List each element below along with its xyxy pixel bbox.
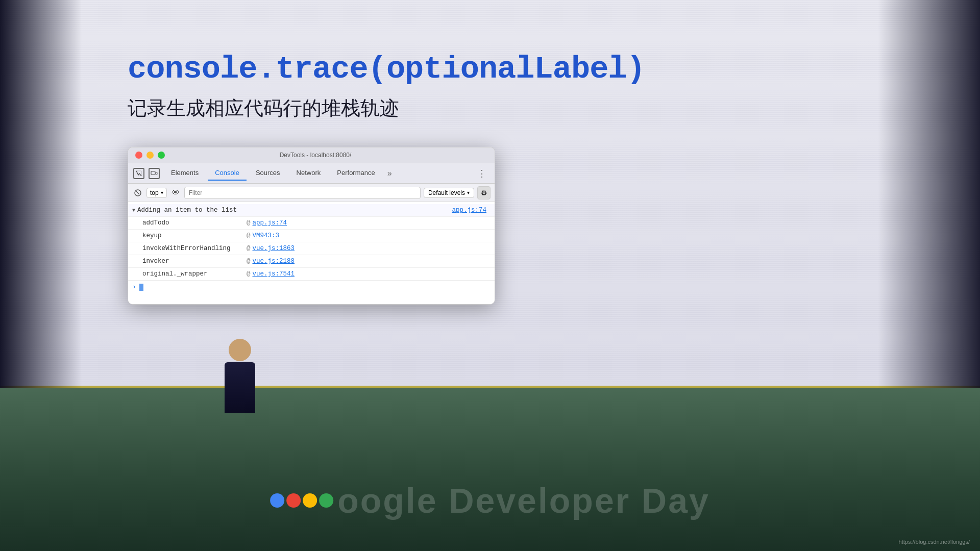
at-sign: @ xyxy=(247,218,251,228)
slide-content: console.trace(optionalLabel) 记录生成相应代码行的堆… xyxy=(128,51,827,305)
table-row: invoker @ vue.js:2188 xyxy=(128,255,495,268)
table-row: invokeWithErrorHandling @ vue.js:1863 xyxy=(128,242,495,255)
slide-subtitle: 记录生成相应代码行的堆栈轨迹 xyxy=(128,95,827,121)
svg-line-3 xyxy=(136,191,139,194)
trace-link-vm943[interactable]: VM943:3 xyxy=(253,231,280,241)
func-name-invoke-error: invokeWithErrorHandling xyxy=(142,243,244,254)
console-prompt: › xyxy=(128,281,495,293)
at-sign: @ xyxy=(247,243,251,254)
window-title: DevTools - localhost:8080/ xyxy=(143,152,487,159)
collapse-triangle-icon[interactable]: ▼ xyxy=(132,207,135,215)
default-levels-selector[interactable]: Default levels ▾ xyxy=(424,188,474,198)
devtools-tabs-bar: Elements Console Sources Network Perform… xyxy=(128,163,495,184)
prompt-arrow-icon: › xyxy=(132,283,136,291)
settings-gear-icon[interactable]: ⚙ xyxy=(477,186,491,199)
console-toolbar: top ▾ 👁 Default levels ▾ ⚙ xyxy=(128,184,495,202)
func-name-addtodo: addTodo xyxy=(142,218,244,228)
stage-area: oogle Developer Day xyxy=(0,388,980,551)
trace-link-appjs74[interactable]: app.js:74 xyxy=(253,218,287,228)
google-dot-red xyxy=(286,493,301,508)
trace-link-vue7541[interactable]: vue.js:7541 xyxy=(253,269,295,279)
levels-chevron-icon: ▾ xyxy=(467,190,470,195)
func-name-keyup: keyup xyxy=(142,231,244,241)
google-dot-blue xyxy=(270,493,284,508)
google-dot-yellow xyxy=(303,493,317,508)
at-sign: @ xyxy=(247,256,251,266)
table-row: keyup @ VM943:3 xyxy=(128,230,495,242)
devtools-titlebar: DevTools - localhost:8080/ xyxy=(128,147,495,163)
default-levels-label: Default levels xyxy=(428,189,465,196)
presenter-figure xyxy=(225,339,255,413)
func-name-invoker: invoker xyxy=(142,256,244,266)
svg-rect-0 xyxy=(151,171,155,174)
trace-header-text: Adding an item to the list xyxy=(137,205,452,215)
svg-rect-1 xyxy=(156,172,157,174)
console-output: ▼ Adding an item to the list app.js:74 a… xyxy=(128,202,495,304)
filter-input[interactable] xyxy=(184,187,421,199)
trace-link-vue1863[interactable]: vue.js:1863 xyxy=(253,243,295,254)
presenter-body xyxy=(225,362,255,413)
google-dot-green xyxy=(319,493,333,508)
presenter-head xyxy=(229,339,251,361)
tab-console[interactable]: Console xyxy=(208,166,247,181)
eye-icon[interactable]: 👁 xyxy=(170,187,181,198)
tab-network[interactable]: Network xyxy=(289,166,328,181)
google-developer-day-area: oogle Developer Day xyxy=(270,481,710,520)
context-value: top xyxy=(150,189,159,196)
device-toolbar-icon[interactable] xyxy=(149,168,160,179)
devtools-menu-icon[interactable]: ⋮ xyxy=(474,168,489,179)
left-dark-panel xyxy=(0,0,82,388)
context-chevron-icon: ▾ xyxy=(161,190,163,195)
slide-title: console.trace(optionalLabel) xyxy=(128,51,827,87)
more-tabs-icon[interactable]: » xyxy=(384,169,395,178)
trace-link-vue2188[interactable]: vue.js:2188 xyxy=(253,256,295,266)
prompt-cursor[interactable] xyxy=(139,284,143,291)
clear-console-button[interactable] xyxy=(132,187,143,198)
close-button[interactable] xyxy=(135,152,142,159)
table-row: original._wrapper @ vue.js:7541 xyxy=(128,268,495,281)
func-name-wrapper: original._wrapper xyxy=(142,269,244,279)
inspect-element-icon[interactable] xyxy=(133,168,144,179)
trace-header-location[interactable]: app.js:74 xyxy=(452,205,491,215)
trace-header-row: ▼ Adding an item to the list app.js:74 xyxy=(128,204,495,217)
tab-elements[interactable]: Elements xyxy=(164,166,206,181)
at-sign: @ xyxy=(247,231,251,241)
google-logo-dots xyxy=(270,493,333,508)
table-row: addTodo @ app.js:74 xyxy=(128,217,495,230)
context-selector[interactable]: top ▾ xyxy=(146,188,167,198)
tab-sources[interactable]: Sources xyxy=(249,166,287,181)
at-sign: @ xyxy=(247,269,251,279)
google-dev-day-text: oogle Developer Day xyxy=(337,481,710,520)
url-watermark: https://blog.csdn.net/llonggs/ xyxy=(899,539,970,545)
tab-performance[interactable]: Performance xyxy=(330,166,382,181)
devtools-window: DevTools - localhost:8080/ Elements Cons… xyxy=(128,147,495,305)
right-dark-panel xyxy=(878,0,980,388)
